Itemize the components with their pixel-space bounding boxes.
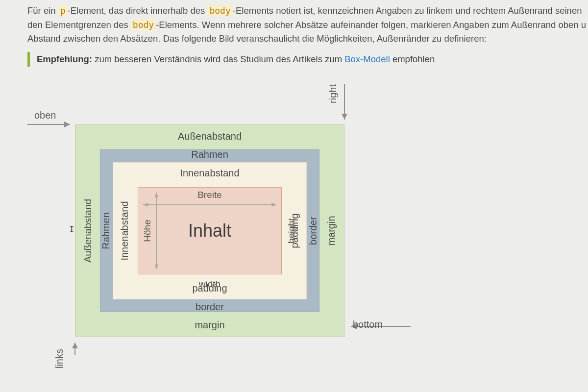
dimension-arrows <box>138 188 281 274</box>
svg-marker-1 <box>64 122 70 127</box>
padding-left-label: Innenabstand <box>119 201 130 260</box>
code-p: p <box>58 5 68 16</box>
recommendation-callout: Empfehlung: zum besseren Verständnis wir… <box>27 52 588 67</box>
padding-box: Innenabstand Innenabstand padding paddin… <box>113 162 307 299</box>
margin-left-label: Außenabstand <box>82 199 94 263</box>
arrow-label-bottom: bottom <box>353 319 383 330</box>
code-body-2: body <box>131 19 156 30</box>
width-en-label: width <box>199 279 220 290</box>
box-model-diagram: oben right bottom links Außenabstand Auß… <box>24 75 425 355</box>
code-body-1: body <box>207 5 232 16</box>
border-right-label: border <box>308 217 319 245</box>
arrow-label-left: links <box>54 349 65 368</box>
intro-paragraph: Für ein p-Element, das direkt innerhalb … <box>27 4 588 46</box>
border-top-label: Rahmen <box>100 149 319 160</box>
content-box: Inhalt Breite wi <box>138 187 282 274</box>
border-box: Rahmen Rahmen border border Innenabstand… <box>100 149 319 312</box>
svg-marker-3 <box>342 114 347 120</box>
margin-bottom-label: margin <box>75 319 344 331</box>
svg-marker-10 <box>271 203 276 207</box>
svg-marker-7 <box>72 343 78 348</box>
callout-post: empfohlen <box>390 54 435 64</box>
callout-pre: zum besseren Verständnis wird das Studiu… <box>92 54 344 64</box>
margin-right-label: margin <box>326 216 337 245</box>
border-bottom-label: border <box>100 301 319 313</box>
svg-marker-13 <box>154 265 158 270</box>
svg-marker-12 <box>154 193 158 197</box>
width-de-label: Breite <box>197 190 222 200</box>
height-en-label: height <box>286 218 297 244</box>
text: -Element, das direkt innerhalb des <box>68 5 208 16</box>
arrow-label-right: right <box>327 84 339 103</box>
text: Für ein <box>27 5 58 16</box>
arrow-label-top: oben <box>34 110 56 121</box>
margin-top-label: Außenabstand <box>75 131 344 142</box>
height-de-label: Höhe <box>142 220 153 242</box>
text-cursor-icon: I <box>69 224 74 234</box>
page-root: Für ein p-Element, das direkt innerhalb … <box>0 0 588 392</box>
border-left-label: Rahmen <box>100 212 112 249</box>
box-model-link[interactable]: Box-Modell <box>344 54 390 64</box>
padding-top-label: Innenabstand <box>113 168 306 179</box>
callout-strong: Empfehlung: <box>37 54 92 64</box>
svg-marker-9 <box>143 203 148 207</box>
margin-box: Außenabstand Außenabstand margin margin … <box>75 124 344 337</box>
